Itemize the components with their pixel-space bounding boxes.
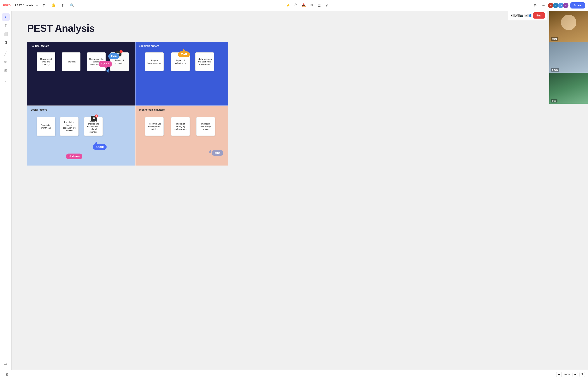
upload-button[interactable]: ⬆ (59, 2, 66, 9)
share-button[interactable]: Share (570, 2, 585, 9)
notifications-button[interactable]: 🔔 (50, 2, 57, 9)
zoom-out-button[interactable]: − (556, 372, 562, 377)
panel-toggle[interactable]: ⧉ (3, 371, 11, 379)
video-bea: Bea (549, 73, 588, 104)
cursor-bea-label: Bea (108, 53, 119, 59)
sticky-tool[interactable]: 🗒 (2, 39, 10, 47)
zoom-controls: − 100% + ? (556, 372, 585, 377)
grid-divider-h (27, 105, 228, 106)
cursor-tool[interactable]: ▲ (2, 13, 10, 21)
miro-logo: miro (3, 3, 11, 7)
top-right-area: ⚙ ✏ M S 12 B Share (532, 2, 585, 9)
settings-button[interactable]: ⚙ (41, 2, 48, 9)
end-button[interactable]: End (533, 12, 545, 18)
political-label: Political factors (27, 42, 135, 50)
avatar-stack: M S 12 B (549, 2, 569, 9)
avatar-4: B (563, 2, 569, 9)
grid-button[interactable]: ☰ (316, 2, 323, 9)
sidebar-separator (3, 48, 9, 48)
cursor-mae-label: Mae (212, 150, 223, 156)
pen-tool[interactable]: ╱ (2, 50, 10, 57)
cursor-matt-label: Matt (178, 51, 190, 57)
marker-tool[interactable]: ✏ (2, 58, 10, 66)
cursor-chris-area: Chris Bea (99, 69, 110, 72)
note-emerging-tech[interactable]: Impact of emerging technologies (171, 117, 190, 136)
text-tool[interactable]: T (2, 22, 10, 29)
video-name-matt: Matt (551, 37, 558, 41)
social-quadrant: Social factors Population growth rate Po… (27, 106, 135, 166)
bottombar: ⧉ − 100% + ? (0, 370, 588, 379)
note-tech-transfer[interactable]: Impact of technology transfer (196, 117, 215, 136)
search-button[interactable]: 🔍 (68, 2, 75, 9)
cursor-chris-label: Chris (99, 61, 112, 67)
grid-divider-v (135, 42, 136, 166)
center-toolbar: ‹ ⚡ ⏱ 📥 🖥 ☰ ∨ (277, 2, 330, 9)
note-population-growth[interactable]: Population growth rate (37, 117, 55, 136)
political-quadrant: Political factors Government type and st… (27, 42, 135, 106)
zoom-level[interactable]: 100% (563, 373, 571, 376)
canvas-area[interactable]: PEST Analysis Political factors Governme… (12, 11, 588, 370)
mixer-button[interactable]: ⚙ (511, 14, 514, 17)
camera-button[interactable]: 📷 (519, 14, 524, 17)
present-button[interactable]: 🖥 (308, 2, 315, 9)
comment-bubble-2[interactable]: 💬 3 (91, 116, 97, 121)
note-economic-changes[interactable]: Likely changes the economic environment (195, 52, 214, 71)
note-government[interactable]: Government type and stability (37, 52, 55, 71)
sidebar-separator-2 (3, 76, 9, 76)
undo-button[interactable]: ↩ (2, 361, 10, 368)
bea-cursor-arrow (106, 68, 110, 73)
video-name-bea: Bea (551, 99, 557, 102)
topbar: miro PEST Analysis ★ ⚙ 🔔 ⬆ 🔍 ‹ ⚡ ⏱ 📥 🖥 ☰… (0, 0, 588, 11)
board-main-title: PEST Analysis (27, 22, 95, 34)
cursor-mae-area: Mae (209, 150, 212, 153)
mic-button[interactable]: 🎤 (514, 14, 519, 17)
note-tax[interactable]: Tax policy (62, 52, 80, 71)
lightning-button[interactable]: ⚡ (285, 2, 292, 9)
timer-button[interactable]: ⏱ (292, 2, 300, 9)
note-business-cycle[interactable]: Stage of business cycle (145, 52, 164, 71)
chat-icon-2: 💬 (93, 117, 95, 120)
comment-count-2: 3 (95, 114, 98, 118)
note-population-health[interactable]: Population health, education are mobilit… (60, 117, 79, 136)
video-sadie: Sadie (549, 42, 588, 73)
import-button[interactable]: 📥 (300, 2, 307, 9)
comment-count-1: 2 (120, 50, 123, 53)
more-button[interactable]: ∨ (323, 2, 330, 9)
video-panel: Matt Sadie Bea (549, 11, 588, 104)
star-icon[interactable]: ★ (36, 4, 38, 7)
back-button[interactable]: ‹ (277, 2, 284, 9)
cursor-sadie-label: Sadie (93, 144, 107, 150)
tech-label: Technological factors (135, 106, 228, 114)
filter-button[interactable]: ⚙ (532, 2, 539, 9)
tech-quadrant: Technological factors Research and devel… (135, 106, 228, 166)
sadie-cursor-arrow (95, 141, 97, 144)
board-title-header: PEST Analysis (15, 4, 33, 7)
social-label: Social factors (27, 106, 135, 114)
zoom-in-button[interactable]: + (572, 372, 578, 377)
person-button[interactable]: 👤 (528, 14, 532, 17)
shape-tool[interactable]: ⬜ (2, 30, 10, 38)
left-sidebar: ▲ T ⬜ 🗒 ╱ ✏ ⊞ » ↩ ⧉ (0, 11, 12, 379)
cursor-matt-area: Matt (182, 48, 185, 52)
mae-cursor-arrow (208, 150, 212, 153)
more-tools[interactable]: » (2, 78, 10, 85)
video-name-sadie: Sadie (551, 68, 559, 72)
economic-quadrant: Econimic factors Stage of business cycle… (135, 42, 228, 106)
secondary-toolbar: ⚙ 🎤 📷 🖥 👤 End (508, 11, 547, 20)
pen-tool-button[interactable]: ✏ (540, 2, 547, 9)
frame-tool[interactable]: ⊞ (2, 67, 10, 74)
help-button[interactable]: ? (579, 372, 585, 377)
screen-share-button[interactable]: 🖥 (524, 14, 527, 17)
cursor-sadie-area: Sadie (95, 141, 97, 144)
cursor-hisham-label: Hisham (66, 154, 82, 159)
note-r-and-d[interactable]: Research and development activity (145, 117, 164, 136)
video-matt: Matt (549, 11, 588, 42)
